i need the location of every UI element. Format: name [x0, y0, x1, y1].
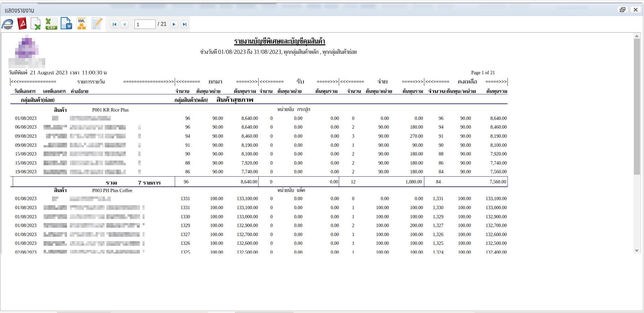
- svg-text:XML: XML: [78, 19, 85, 23]
- svg-text:W: W: [67, 24, 72, 29]
